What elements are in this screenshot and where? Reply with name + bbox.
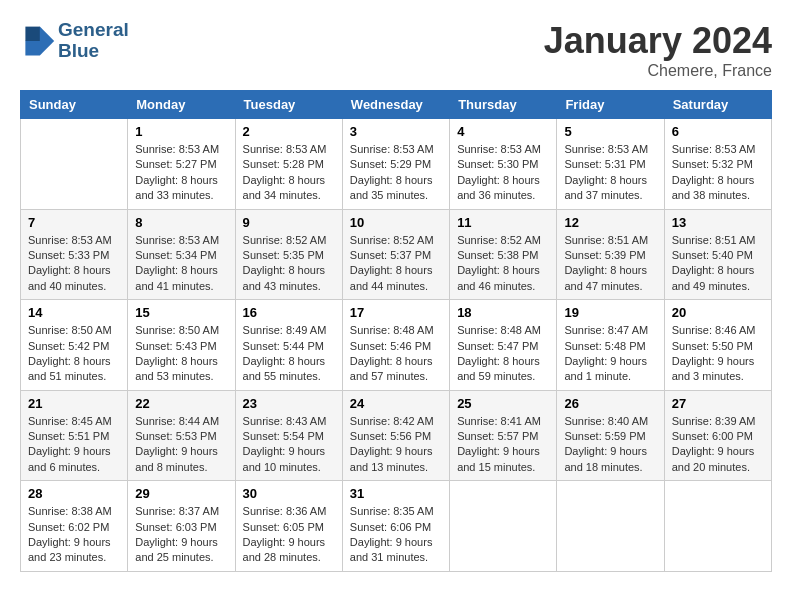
calendar-cell: 9Sunrise: 8:52 AM Sunset: 5:35 PM Daylig… — [235, 209, 342, 300]
day-number: 31 — [350, 486, 442, 501]
calendar-cell: 30Sunrise: 8:36 AM Sunset: 6:05 PM Dayli… — [235, 481, 342, 572]
title-block: January 2024 Chemere, France — [544, 20, 772, 80]
day-info: Sunrise: 8:48 AM Sunset: 5:46 PM Dayligh… — [350, 323, 442, 385]
day-number: 14 — [28, 305, 120, 320]
day-number: 29 — [135, 486, 227, 501]
calendar-cell: 10Sunrise: 8:52 AM Sunset: 5:37 PM Dayli… — [342, 209, 449, 300]
day-number: 17 — [350, 305, 442, 320]
calendar-cell: 16Sunrise: 8:49 AM Sunset: 5:44 PM Dayli… — [235, 300, 342, 391]
day-info: Sunrise: 8:37 AM Sunset: 6:03 PM Dayligh… — [135, 504, 227, 566]
column-header-wednesday: Wednesday — [342, 91, 449, 119]
calendar-cell: 15Sunrise: 8:50 AM Sunset: 5:43 PM Dayli… — [128, 300, 235, 391]
day-info: Sunrise: 8:36 AM Sunset: 6:05 PM Dayligh… — [243, 504, 335, 566]
calendar-week-row: 7Sunrise: 8:53 AM Sunset: 5:33 PM Daylig… — [21, 209, 772, 300]
day-number: 16 — [243, 305, 335, 320]
day-number: 20 — [672, 305, 764, 320]
day-number: 21 — [28, 396, 120, 411]
day-info: Sunrise: 8:40 AM Sunset: 5:59 PM Dayligh… — [564, 414, 656, 476]
day-info: Sunrise: 8:39 AM Sunset: 6:00 PM Dayligh… — [672, 414, 764, 476]
calendar-week-row: 21Sunrise: 8:45 AM Sunset: 5:51 PM Dayli… — [21, 390, 772, 481]
day-info: Sunrise: 8:53 AM Sunset: 5:29 PM Dayligh… — [350, 142, 442, 204]
day-info: Sunrise: 8:52 AM Sunset: 5:35 PM Dayligh… — [243, 233, 335, 295]
calendar-cell: 26Sunrise: 8:40 AM Sunset: 5:59 PM Dayli… — [557, 390, 664, 481]
calendar-cell: 27Sunrise: 8:39 AM Sunset: 6:00 PM Dayli… — [664, 390, 771, 481]
logo: General Blue — [20, 20, 129, 62]
location-subtitle: Chemere, France — [544, 62, 772, 80]
calendar-cell: 8Sunrise: 8:53 AM Sunset: 5:34 PM Daylig… — [128, 209, 235, 300]
day-info: Sunrise: 8:51 AM Sunset: 5:40 PM Dayligh… — [672, 233, 764, 295]
calendar-cell: 22Sunrise: 8:44 AM Sunset: 5:53 PM Dayli… — [128, 390, 235, 481]
calendar-cell: 31Sunrise: 8:35 AM Sunset: 6:06 PM Dayli… — [342, 481, 449, 572]
day-number: 26 — [564, 396, 656, 411]
day-info: Sunrise: 8:46 AM Sunset: 5:50 PM Dayligh… — [672, 323, 764, 385]
day-info: Sunrise: 8:50 AM Sunset: 5:43 PM Dayligh… — [135, 323, 227, 385]
day-info: Sunrise: 8:52 AM Sunset: 5:37 PM Dayligh… — [350, 233, 442, 295]
day-number: 22 — [135, 396, 227, 411]
day-number: 12 — [564, 215, 656, 230]
calendar-cell: 3Sunrise: 8:53 AM Sunset: 5:29 PM Daylig… — [342, 119, 449, 210]
day-number: 10 — [350, 215, 442, 230]
day-number: 1 — [135, 124, 227, 139]
day-number: 5 — [564, 124, 656, 139]
calendar-cell: 5Sunrise: 8:53 AM Sunset: 5:31 PM Daylig… — [557, 119, 664, 210]
calendar-cell: 21Sunrise: 8:45 AM Sunset: 5:51 PM Dayli… — [21, 390, 128, 481]
day-info: Sunrise: 8:53 AM Sunset: 5:27 PM Dayligh… — [135, 142, 227, 204]
calendar-cell — [21, 119, 128, 210]
day-info: Sunrise: 8:35 AM Sunset: 6:06 PM Dayligh… — [350, 504, 442, 566]
day-number: 28 — [28, 486, 120, 501]
day-number: 11 — [457, 215, 549, 230]
day-info: Sunrise: 8:41 AM Sunset: 5:57 PM Dayligh… — [457, 414, 549, 476]
calendar-week-row: 28Sunrise: 8:38 AM Sunset: 6:02 PM Dayli… — [21, 481, 772, 572]
day-info: Sunrise: 8:53 AM Sunset: 5:31 PM Dayligh… — [564, 142, 656, 204]
day-number: 19 — [564, 305, 656, 320]
column-header-monday: Monday — [128, 91, 235, 119]
logo-text-line2: Blue — [58, 41, 129, 62]
day-number: 24 — [350, 396, 442, 411]
calendar-cell: 23Sunrise: 8:43 AM Sunset: 5:54 PM Dayli… — [235, 390, 342, 481]
calendar-week-row: 14Sunrise: 8:50 AM Sunset: 5:42 PM Dayli… — [21, 300, 772, 391]
day-number: 6 — [672, 124, 764, 139]
calendar-cell: 6Sunrise: 8:53 AM Sunset: 5:32 PM Daylig… — [664, 119, 771, 210]
day-number: 25 — [457, 396, 549, 411]
calendar-cell: 25Sunrise: 8:41 AM Sunset: 5:57 PM Dayli… — [450, 390, 557, 481]
calendar-cell: 4Sunrise: 8:53 AM Sunset: 5:30 PM Daylig… — [450, 119, 557, 210]
svg-marker-1 — [25, 26, 39, 40]
day-info: Sunrise: 8:53 AM Sunset: 5:28 PM Dayligh… — [243, 142, 335, 204]
day-info: Sunrise: 8:43 AM Sunset: 5:54 PM Dayligh… — [243, 414, 335, 476]
calendar-header-row: SundayMondayTuesdayWednesdayThursdayFrid… — [21, 91, 772, 119]
calendar-cell: 11Sunrise: 8:52 AM Sunset: 5:38 PM Dayli… — [450, 209, 557, 300]
day-info: Sunrise: 8:53 AM Sunset: 5:30 PM Dayligh… — [457, 142, 549, 204]
page-header: General Blue January 2024 Chemere, Franc… — [20, 20, 772, 80]
day-info: Sunrise: 8:38 AM Sunset: 6:02 PM Dayligh… — [28, 504, 120, 566]
day-info: Sunrise: 8:49 AM Sunset: 5:44 PM Dayligh… — [243, 323, 335, 385]
day-info: Sunrise: 8:47 AM Sunset: 5:48 PM Dayligh… — [564, 323, 656, 385]
calendar-week-row: 1Sunrise: 8:53 AM Sunset: 5:27 PM Daylig… — [21, 119, 772, 210]
calendar-cell: 18Sunrise: 8:48 AM Sunset: 5:47 PM Dayli… — [450, 300, 557, 391]
calendar-cell: 12Sunrise: 8:51 AM Sunset: 5:39 PM Dayli… — [557, 209, 664, 300]
day-number: 7 — [28, 215, 120, 230]
calendar-cell: 17Sunrise: 8:48 AM Sunset: 5:46 PM Dayli… — [342, 300, 449, 391]
column-header-friday: Friday — [557, 91, 664, 119]
calendar-table: SundayMondayTuesdayWednesdayThursdayFrid… — [20, 90, 772, 572]
day-info: Sunrise: 8:44 AM Sunset: 5:53 PM Dayligh… — [135, 414, 227, 476]
day-number: 13 — [672, 215, 764, 230]
logo-icon — [20, 23, 56, 59]
calendar-cell: 7Sunrise: 8:53 AM Sunset: 5:33 PM Daylig… — [21, 209, 128, 300]
day-info: Sunrise: 8:53 AM Sunset: 5:33 PM Dayligh… — [28, 233, 120, 295]
calendar-cell — [664, 481, 771, 572]
day-number: 23 — [243, 396, 335, 411]
day-number: 27 — [672, 396, 764, 411]
calendar-cell: 14Sunrise: 8:50 AM Sunset: 5:42 PM Dayli… — [21, 300, 128, 391]
calendar-cell: 28Sunrise: 8:38 AM Sunset: 6:02 PM Dayli… — [21, 481, 128, 572]
day-number: 15 — [135, 305, 227, 320]
day-number: 4 — [457, 124, 549, 139]
calendar-cell: 1Sunrise: 8:53 AM Sunset: 5:27 PM Daylig… — [128, 119, 235, 210]
column-header-saturday: Saturday — [664, 91, 771, 119]
day-number: 30 — [243, 486, 335, 501]
calendar-cell: 13Sunrise: 8:51 AM Sunset: 5:40 PM Dayli… — [664, 209, 771, 300]
logo-text-line1: General — [58, 20, 129, 41]
day-info: Sunrise: 8:52 AM Sunset: 5:38 PM Dayligh… — [457, 233, 549, 295]
calendar-cell: 29Sunrise: 8:37 AM Sunset: 6:03 PM Dayli… — [128, 481, 235, 572]
column-header-thursday: Thursday — [450, 91, 557, 119]
day-info: Sunrise: 8:53 AM Sunset: 5:34 PM Dayligh… — [135, 233, 227, 295]
